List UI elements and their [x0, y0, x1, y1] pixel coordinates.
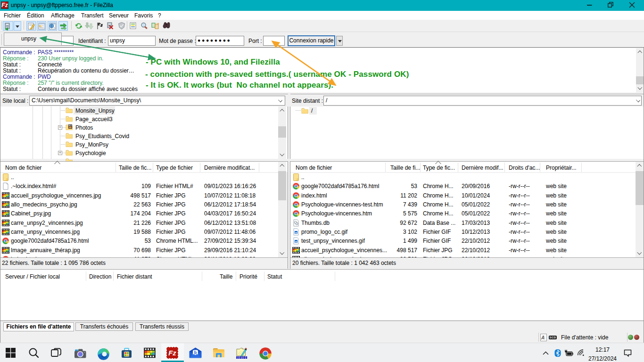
svg-text:b: b: [194, 350, 197, 355]
